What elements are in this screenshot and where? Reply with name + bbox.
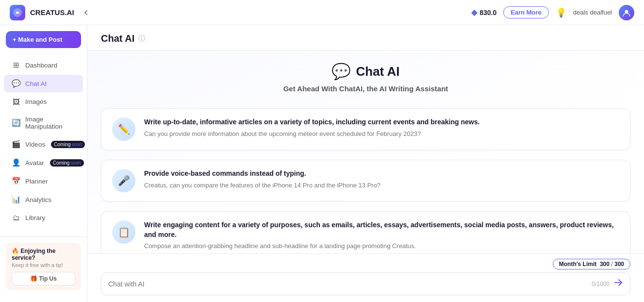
credits-value: 830.0 bbox=[479, 9, 496, 17]
month-limit-current: 300 bbox=[600, 261, 610, 268]
month-limit-label: Month's Limit bbox=[559, 261, 597, 268]
avatar-coming-soon-badge: Coming soon bbox=[50, 159, 84, 167]
feature-title-2: Write engaging content for a variety of … bbox=[144, 220, 619, 239]
feature-card-2: 📋 Write engaging content for a variety o… bbox=[101, 211, 630, 253]
planner-icon: 📅 bbox=[12, 177, 20, 185]
sidebar-item-dashboard[interactable]: ⊞ Dashboard bbox=[4, 56, 83, 74]
sidebar-item-videos[interactable]: 🎬 Videos Coming soon bbox=[4, 135, 83, 153]
hero-chat-icon: 💬 bbox=[331, 62, 351, 81]
sidebar-item-image-manip-label: Image Manipulation bbox=[25, 116, 75, 130]
page-title: Chat AI bbox=[101, 33, 134, 44]
hero-title: 💬 Chat AI bbox=[101, 62, 630, 81]
info-icon[interactable]: ⓘ bbox=[138, 34, 145, 43]
credits-icon: ◆ bbox=[471, 8, 477, 17]
feature-desc-1: Creatus, can you compare the features of… bbox=[144, 181, 619, 190]
logo-icon bbox=[10, 5, 25, 20]
sidebar-item-images[interactable]: 🖼 Images bbox=[4, 93, 83, 110]
feature-card-0: ✏️ Write up-to-date, informative article… bbox=[101, 108, 630, 150]
sidebar-item-planner[interactable]: 📅 Planner bbox=[4, 172, 83, 190]
month-limit-container: Month's Limit 300 / 300 bbox=[101, 259, 630, 269]
sidebar-bottom: 🔥 Enjoying the service? Keep it free wit… bbox=[0, 236, 87, 296]
image-manip-icon: 🔄 bbox=[12, 118, 20, 127]
feature-content-1: Provide voice-based commands instead of … bbox=[144, 169, 619, 190]
chat-input-area: Month's Limit 300 / 300 0/1000 bbox=[87, 253, 644, 302]
feature-icon-2: 📋 bbox=[112, 220, 135, 244]
send-button[interactable] bbox=[613, 278, 623, 290]
chat-char-count: 0/1000 bbox=[592, 281, 610, 287]
chat-area: 💬 Chat AI Get Ahead With ChatAI, the AI … bbox=[87, 50, 644, 253]
bulb-icon[interactable]: 💡 bbox=[556, 7, 566, 18]
sidebar-item-dashboard-label: Dashboard bbox=[25, 62, 57, 69]
sidebar-item-analytics-label: Analytics bbox=[25, 196, 51, 203]
images-icon: 🖼 bbox=[12, 98, 20, 106]
enjoying-subtitle: Keep it free with a tip! bbox=[12, 262, 75, 268]
earn-more-button[interactable]: Earn More bbox=[503, 6, 549, 18]
hero-section: 💬 Chat AI Get Ahead With ChatAI, the AI … bbox=[101, 62, 630, 93]
sidebar-item-library[interactable]: 🗂 Library bbox=[4, 209, 83, 226]
library-icon: 🗂 bbox=[12, 214, 20, 222]
chat-ai-icon: 💬 bbox=[12, 79, 20, 88]
top-navigation: CREATUS.AI ◆ 830.0 Earn More 💡 deals dea… bbox=[0, 0, 644, 25]
chat-input-box: 0/1000 bbox=[101, 272, 630, 295]
topnav-right: ◆ 830.0 Earn More 💡 deals dealfuel bbox=[471, 5, 634, 20]
feature-title-0: Write up-to-date, informative articles o… bbox=[144, 117, 619, 127]
user-avatar[interactable] bbox=[619, 5, 634, 20]
enjoying-box: 🔥 Enjoying the service? Keep it free wit… bbox=[6, 243, 81, 290]
sidebar-item-images-label: Images bbox=[25, 98, 47, 105]
feature-desc-0: Can you provide more information about t… bbox=[144, 130, 619, 138]
dashboard-icon: ⊞ bbox=[12, 61, 20, 69]
logo-text: CREATUS.AI bbox=[30, 8, 74, 17]
sidebar-item-videos-label: Videos bbox=[25, 141, 45, 148]
sidebar-item-chat-ai[interactable]: 💬 Chat AI bbox=[4, 75, 83, 92]
nav-collapse-button[interactable] bbox=[79, 6, 93, 19]
sidebar-item-library-label: Library bbox=[25, 214, 45, 221]
main-layout: + Make and Post ⊞ Dashboard 💬 Chat AI 🖼 … bbox=[0, 25, 644, 302]
month-limit-badge: Month's Limit 300 / 300 bbox=[553, 259, 630, 269]
tip-us-button[interactable]: 🎁 Tip Us bbox=[12, 272, 75, 285]
videos-coming-soon-badge: Coming soon bbox=[51, 141, 85, 148]
credits-display: ◆ 830.0 bbox=[471, 8, 496, 17]
chat-input-field[interactable] bbox=[108, 280, 592, 288]
feature-content-2: Write engaging content for a variety of … bbox=[144, 220, 619, 251]
analytics-icon: 📊 bbox=[12, 195, 20, 204]
make-and-post-button[interactable]: + Make and Post bbox=[6, 31, 81, 48]
enjoying-title: 🔥 Enjoying the service? bbox=[12, 248, 75, 261]
hero-subtitle: Get Ahead With ChatAI, the AI Writing As… bbox=[101, 84, 630, 93]
sidebar-item-avatar[interactable]: 👤 Avatar Coming soon bbox=[4, 154, 83, 171]
feature-content-0: Write up-to-date, informative articles o… bbox=[144, 117, 619, 138]
topnav-left: CREATUS.AI bbox=[10, 5, 93, 20]
deals-text[interactable]: deals dealfuel bbox=[573, 9, 612, 16]
feature-title-1: Provide voice-based commands instead of … bbox=[144, 169, 619, 179]
sidebar-item-image-manipulation[interactable]: 🔄 Image Manipulation bbox=[4, 111, 83, 134]
sidebar-item-planner-label: Planner bbox=[25, 178, 48, 185]
sidebar-item-chat-ai-label: Chat AI bbox=[25, 80, 47, 87]
feature-icon-0: ✏️ bbox=[112, 117, 135, 141]
avatar-icon: 👤 bbox=[12, 158, 20, 167]
sidebar: + Make and Post ⊞ Dashboard 💬 Chat AI 🖼 … bbox=[0, 25, 87, 302]
feature-desc-2: Compose an attention-grabbing headline a… bbox=[144, 242, 619, 251]
sidebar-item-avatar-label: Avatar bbox=[25, 159, 44, 167]
feature-icon-1: 🎤 bbox=[112, 169, 135, 192]
main-content: Chat AI ⓘ 💬 Chat AI Get Ahead With ChatA… bbox=[87, 25, 644, 302]
feature-card-1: 🎤 Provide voice-based commands instead o… bbox=[101, 160, 630, 201]
month-limit-max: 300 bbox=[614, 261, 624, 268]
sidebar-item-analytics[interactable]: 📊 Analytics bbox=[4, 191, 83, 208]
content-header: Chat AI ⓘ bbox=[87, 25, 644, 50]
videos-icon: 🎬 bbox=[12, 140, 20, 149]
